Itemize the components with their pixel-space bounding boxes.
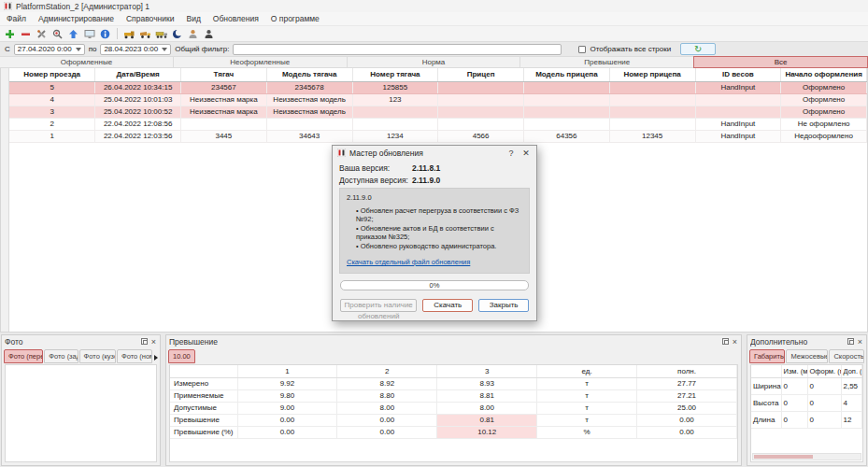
col-trailer[interactable]: Прицеп	[438, 68, 524, 81]
tab-norm[interactable]: Норма	[347, 56, 521, 68]
menu-view[interactable]: Вид	[186, 14, 200, 23]
cell[interactable]	[695, 106, 781, 118]
cell[interactable]	[524, 106, 610, 118]
operator-icon[interactable]	[186, 27, 200, 41]
col-tractor-number[interactable]: Номер тягача	[352, 68, 438, 81]
close-panel-icon[interactable]: ×	[732, 338, 738, 346]
cell[interactable]	[609, 106, 695, 118]
date-from-combo[interactable]: 27.04.2020 0:00	[14, 44, 85, 55]
cell[interactable]	[609, 93, 695, 106]
loader-icon[interactable]	[122, 27, 136, 41]
monitor-icon[interactable]	[82, 27, 96, 41]
cell[interactable]: Недооформлено	[781, 130, 867, 142]
search-icon[interactable]	[50, 27, 64, 41]
cell[interactable]: 26.04.2022 10:34:15	[95, 81, 181, 93]
cell[interactable]: 2345678	[266, 81, 352, 93]
menu-file[interactable]: Файл	[7, 14, 26, 23]
cell[interactable]: Оформлено	[781, 81, 867, 93]
cell[interactable]	[695, 93, 781, 106]
table-row[interactable]: 222.04.2022 12:08:56HandInputНе оформлен…	[9, 118, 867, 130]
cell[interactable]: 123	[352, 93, 438, 106]
cell[interactable]: Неизвестная марка	[181, 106, 267, 118]
cell[interactable]	[352, 118, 438, 130]
tab-photo-body[interactable]: Фото (кузов)	[79, 349, 116, 363]
show-all-rows-checkbox[interactable]	[578, 46, 586, 53]
help-button[interactable]: ?	[505, 149, 517, 158]
cell[interactable]: Неизвестная модель	[266, 106, 352, 118]
col-trailer-number[interactable]: Номер прицепа	[609, 68, 695, 81]
menu-administration[interactable]: Администрирование	[38, 14, 114, 23]
cell[interactable]: 12345	[609, 130, 695, 142]
cell[interactable]: 3445	[181, 130, 267, 142]
download-button[interactable]: Скачать	[422, 299, 473, 312]
tools-icon[interactable]	[35, 27, 49, 41]
cell[interactable]	[438, 118, 524, 130]
float-panel-icon[interactable]	[722, 338, 729, 345]
check-updates-button[interactable]: Проверить наличие обновлений	[340, 299, 417, 312]
cell[interactable]: Не оформлено	[781, 118, 867, 130]
table-row[interactable]: 526.04.2022 10:34:152345672345678125855H…	[9, 81, 867, 93]
cell[interactable]: 125855	[352, 81, 438, 93]
cell[interactable]	[609, 118, 695, 130]
tab-all[interactable]: Все	[693, 56, 868, 68]
close-button[interactable]: ✕	[520, 149, 532, 158]
col-tractor-model[interactable]: Модель тягача	[266, 68, 352, 81]
administrator-icon[interactable]	[202, 27, 216, 41]
info-icon[interactable]	[98, 27, 112, 41]
download-separate-file-link[interactable]: Скачать отдельный файл обновления	[347, 258, 470, 266]
tab-photo-rear[interactable]: Фото (зад.)	[44, 349, 78, 363]
tab-dimensions[interactable]: Габариты	[749, 349, 785, 363]
col-datetime[interactable]: Дата/Время	[95, 68, 181, 81]
refresh-button[interactable]: ↻	[680, 43, 716, 55]
col-processing-start[interactable]: Начало оформления	[781, 68, 867, 81]
cell[interactable]: 22.04.2022 12:08:56	[95, 118, 181, 130]
cell[interactable]: Оформлено	[781, 93, 867, 106]
cell[interactable]	[438, 93, 524, 106]
cell[interactable]: 34643	[266, 130, 352, 142]
col-passage-number[interactable]: Номер проезда	[9, 68, 95, 81]
col-trailer-model[interactable]: Модель прицепа	[524, 68, 610, 81]
cell[interactable]: 234567	[181, 81, 267, 93]
table-row[interactable]: 325.04.2022 10:00:52Неизвестная маркаНеи…	[9, 106, 867, 118]
menu-directories[interactable]: Справочники	[126, 14, 175, 23]
cell[interactable]: 25.04.2022 10:00:52	[95, 106, 181, 118]
add-icon[interactable]	[3, 27, 17, 41]
remove-icon[interactable]	[19, 27, 33, 41]
tab-photo-front[interactable]: Фото (перед.)	[4, 349, 43, 363]
dialog-close-button[interactable]: Закрыть	[478, 299, 529, 312]
cell[interactable]: HandInput	[695, 130, 781, 142]
arrow-up-icon[interactable]	[66, 27, 80, 41]
float-panel-icon[interactable]	[847, 338, 854, 345]
tab-speed[interactable]: Скорость	[829, 349, 864, 363]
col-scale-id[interactable]: ID весов	[695, 68, 781, 81]
cell[interactable]	[524, 118, 610, 130]
tab-processed[interactable]: Оформленные	[0, 56, 174, 68]
cell[interactable]	[438, 106, 524, 118]
dump-truck-icon[interactable]	[138, 27, 152, 41]
cell[interactable]: 22.04.2022 12:03:56	[95, 130, 181, 142]
tab-interaxle[interactable]: Межосевые	[786, 349, 828, 363]
cell[interactable]: 3	[9, 106, 95, 118]
cell[interactable]: 4566	[438, 130, 524, 142]
date-to-combo[interactable]: 28.04.2023 0:00	[100, 44, 171, 55]
cell[interactable]	[524, 93, 610, 106]
night-mode-icon[interactable]	[170, 27, 184, 41]
horizontal-scrollbar[interactable]	[752, 453, 861, 460]
general-filter-input[interactable]	[233, 44, 562, 55]
tab-excess[interactable]: Превышение	[519, 56, 694, 68]
cell[interactable]	[352, 106, 438, 118]
close-panel-icon[interactable]: ×	[150, 338, 157, 346]
scrollbar-thumb[interactable]	[754, 455, 813, 459]
col-tractor[interactable]: Тягач	[181, 68, 267, 81]
menu-about[interactable]: О программе	[271, 14, 320, 23]
cell[interactable]: 2	[9, 118, 95, 130]
cell[interactable]: Неизвестная модель	[266, 93, 352, 106]
cell[interactable]: Оформлено	[781, 106, 867, 118]
update-dialog-titlebar[interactable]: Мастер обновления ? ✕	[333, 146, 536, 160]
cell[interactable]: 5	[9, 81, 95, 93]
cell[interactable]	[181, 118, 267, 130]
cell[interactable]: 64356	[524, 130, 610, 142]
tab-axle-limit[interactable]: 10.00	[168, 349, 195, 363]
table-row[interactable]: 122.04.2022 12:03:5634453464312344566643…	[9, 130, 867, 142]
cell[interactable]: HandInput	[695, 118, 781, 130]
